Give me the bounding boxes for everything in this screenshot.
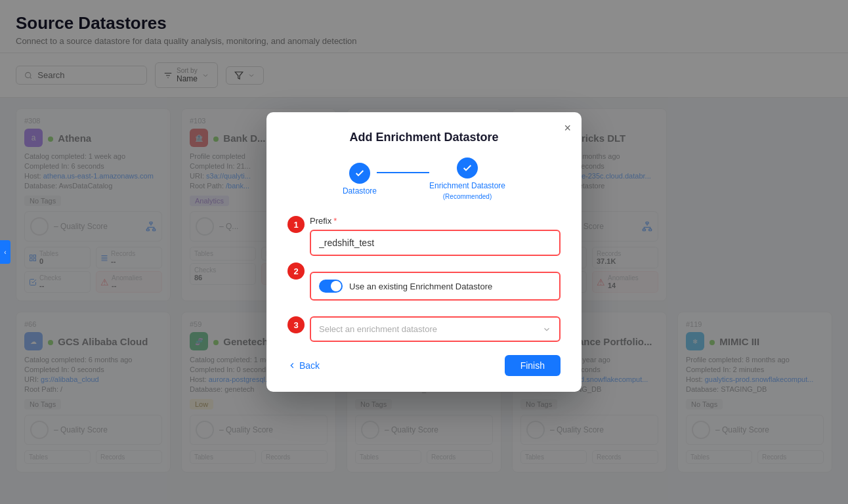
prefix-row: 1 Prefix *: [287, 216, 561, 256]
modal-close-button[interactable]: ×: [564, 121, 571, 135]
step-badge-2: 2: [287, 262, 305, 280]
step-badge-1: 1: [287, 216, 305, 233]
modal-title: Add Enrichment Datastore: [287, 131, 561, 144]
existing-enrichment-toggle[interactable]: [319, 280, 343, 293]
form-body: 1 Prefix * 2: [287, 216, 561, 342]
toggle-label: Use an existing Enrichment Datastore: [349, 282, 492, 291]
enrichment-datastore-select[interactable]: Select an enrichment datastore: [310, 316, 561, 342]
chevron-left-icon: [287, 361, 297, 370]
left-panel-toggle[interactable]: ‹: [0, 240, 11, 264]
step1-circle: [349, 163, 370, 184]
step2-sublabel: (Recommended): [443, 193, 492, 200]
modal-overlay: × Add Enrichment Datastore Datastore Enr…: [0, 0, 848, 504]
finish-button[interactable]: Finish: [505, 355, 561, 376]
prefix-input[interactable]: [310, 230, 561, 256]
step-badge-3: 3: [287, 316, 305, 333]
toggle-row: 2 Use an existing Enrichment Datastore: [287, 262, 561, 310]
select-row: 3 Select an enrichment datastore: [287, 316, 561, 342]
step-datastore: Datastore: [343, 163, 377, 196]
back-button[interactable]: Back: [287, 360, 320, 371]
stepper: Datastore Enrichment Datastore (Recommen…: [287, 158, 561, 200]
step1-label: Datastore: [343, 186, 377, 196]
existing-enrichment-toggle-container: Use an existing Enrichment Datastore: [310, 272, 561, 301]
step2-label: Enrichment Datastore: [429, 181, 505, 190]
step2-circle: [457, 158, 478, 178]
step-connector: [377, 172, 429, 173]
chevron-down-icon-select: [542, 325, 551, 334]
add-enrichment-modal: × Add Enrichment Datastore Datastore Enr…: [266, 112, 582, 392]
step-enrichment: Enrichment Datastore (Recommended): [429, 158, 505, 200]
modal-footer: Back Finish: [287, 355, 561, 376]
prefix-label: Prefix *: [310, 216, 561, 226]
